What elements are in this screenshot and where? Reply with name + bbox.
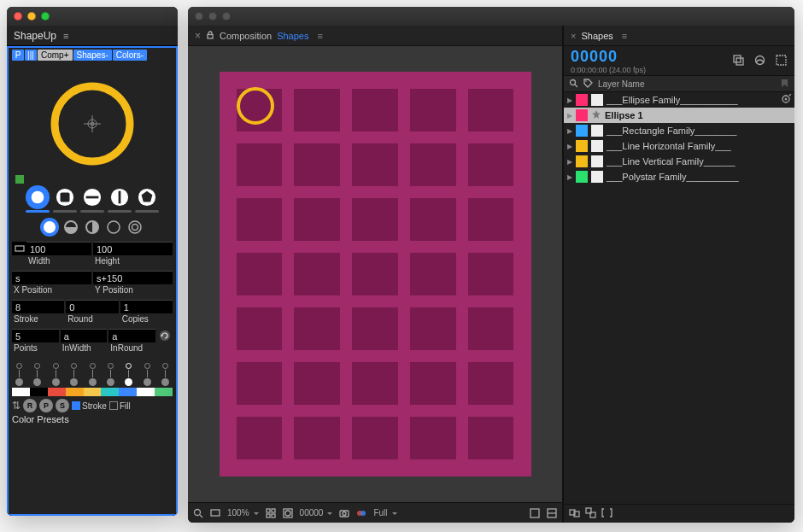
disclosure-icon[interactable]: ▶ [567, 173, 572, 181]
disclosure-icon[interactable]: ▶ [567, 96, 572, 104]
chip-shapes[interactable]: Shapes- [73, 50, 112, 61]
refresh-icon[interactable] [157, 329, 173, 356]
tag-icon[interactable] [583, 79, 593, 90]
shape-hline[interactable] [80, 185, 104, 209]
layer-toggle[interactable] [591, 140, 603, 152]
layer-row[interactable]: ▶___Polystar Family__________ [564, 169, 794, 184]
width-value[interactable]: 100 [26, 242, 91, 255]
layer-color[interactable] [576, 155, 588, 167]
disclosure-icon[interactable]: ▶ [567, 127, 572, 135]
adjust-icon[interactable] [356, 508, 366, 518]
slider-6[interactable] [107, 363, 114, 386]
search-icon[interactable] [569, 79, 578, 90]
swatch[interactable] [101, 388, 119, 396]
layer-color[interactable] [576, 125, 588, 137]
points-value[interactable]: 5 [12, 329, 59, 342]
view2-icon[interactable] [547, 508, 557, 518]
slider-9[interactable] [161, 363, 169, 386]
min-dot[interactable] [208, 12, 217, 20]
shape-vline[interactable] [108, 185, 132, 209]
stroke-value[interactable]: 8 [12, 300, 64, 313]
traffic-lights[interactable] [14, 12, 50, 20]
close-dot[interactable] [195, 12, 203, 20]
traffic-lights-main[interactable] [195, 12, 231, 20]
parent-icon[interactable] [781, 94, 791, 106]
comp-menu-icon[interactable]: ≡ [317, 31, 322, 41]
slider-2[interactable] [33, 363, 41, 386]
titlebar[interactable] [7, 7, 178, 26]
close-tab-icon[interactable]: × [571, 31, 576, 41]
bookmark-icon[interactable] [780, 79, 789, 90]
chip-comp[interactable]: Comp+ [38, 50, 73, 61]
layer-toggle[interactable] [591, 125, 603, 137]
layer-name-header[interactable]: Layer Name [598, 79, 644, 89]
swatch[interactable] [119, 388, 137, 396]
slider-5[interactable] [89, 363, 97, 386]
height-value[interactable]: 100 [93, 242, 173, 255]
ypos-value[interactable]: s+150 [93, 271, 173, 284]
width-field[interactable]: 100 Width [12, 242, 91, 266]
slider-7[interactable] [125, 363, 132, 386]
comp-name[interactable]: Shapes [277, 31, 308, 41]
lock-icon[interactable] [206, 31, 214, 41]
copies-value[interactable]: 1 [120, 300, 173, 313]
inwidth-value[interactable]: a [61, 329, 108, 342]
p-button[interactable]: P [39, 399, 53, 412]
layer-toggle[interactable] [591, 171, 603, 183]
close-tab-icon[interactable]: × [195, 30, 201, 42]
layer-color[interactable] [576, 94, 588, 106]
layer-toggle[interactable] [591, 155, 603, 167]
swatch[interactable] [155, 388, 173, 396]
shy-icon[interactable] [753, 54, 766, 68]
layer-row[interactable]: ▶Ellipse 1 [564, 108, 794, 123]
timecode-footer[interactable]: 00000 [300, 508, 333, 517]
disclosure-icon[interactable]: ▶ [567, 143, 572, 150]
switch1-icon[interactable] [569, 507, 580, 520]
timecode[interactable]: 00000 [571, 48, 646, 66]
r-button[interactable]: R [23, 399, 37, 412]
shape-square[interactable] [53, 185, 77, 209]
min-dot[interactable] [27, 12, 36, 20]
xpos-value[interactable]: s [12, 271, 91, 284]
inround-value[interactable]: a [108, 329, 155, 342]
viewport[interactable] [188, 46, 562, 502]
layers-icon[interactable] [732, 54, 745, 68]
variant-1[interactable] [40, 218, 59, 237]
layer-row[interactable]: ▶___Line Horizontal Family___ [564, 138, 794, 154]
stroke-check[interactable]: Stroke [72, 401, 107, 411]
res-dropdown[interactable]: Full [373, 508, 396, 517]
variant-5[interactable] [126, 218, 144, 237]
layer-color[interactable] [576, 140, 588, 152]
timeline-menu-icon[interactable]: ≡ [622, 31, 627, 41]
zoom-dropdown[interactable]: 100% [227, 508, 259, 517]
variant-4[interactable] [104, 218, 123, 237]
swatch[interactable] [66, 388, 84, 396]
close-dot[interactable] [14, 12, 22, 20]
fill-check[interactable]: Fill [109, 401, 131, 411]
frame-icon[interactable] [775, 54, 788, 68]
updown-icon[interactable]: ⇅ [12, 400, 21, 412]
disclosure-icon[interactable]: ▶ [567, 112, 572, 120]
link-width-icon[interactable] [12, 242, 26, 255]
timeline-name[interactable]: Shapes [581, 31, 613, 41]
color-swatches[interactable] [12, 388, 173, 396]
swatch[interactable] [84, 388, 102, 396]
slider-1[interactable] [15, 363, 23, 386]
s-button[interactable]: S [56, 399, 69, 412]
shape-polystar[interactable] [135, 185, 159, 209]
slider-3[interactable] [52, 363, 60, 386]
magnify-icon[interactable] [193, 508, 203, 518]
layer-row[interactable]: ▶___Rectangle Family________ [564, 123, 794, 138]
swatch[interactable] [48, 388, 66, 396]
chip-colors[interactable]: Colors- [113, 50, 147, 61]
layer-color[interactable] [576, 109, 588, 121]
menu-icon[interactable]: ≡ [63, 31, 68, 41]
variant-2[interactable] [62, 218, 80, 237]
titlebar-main[interactable] [188, 7, 794, 26]
chip-bars[interactable]: ||| [25, 50, 37, 61]
chip-p[interactable]: P [12, 50, 24, 61]
shape-circle[interactable] [26, 185, 50, 209]
layer-color[interactable] [576, 171, 588, 183]
max-dot[interactable] [41, 12, 50, 20]
max-dot[interactable] [222, 12, 231, 20]
